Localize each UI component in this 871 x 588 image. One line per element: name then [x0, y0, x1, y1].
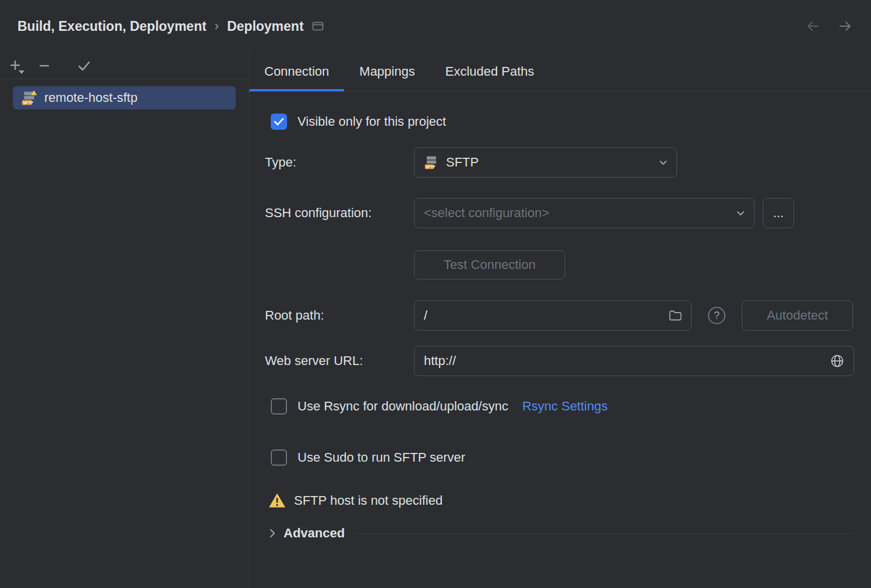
sudo-checkbox[interactable]	[271, 449, 287, 466]
chevron-down-icon	[659, 160, 667, 165]
root-path-input[interactable]: /	[414, 300, 692, 331]
folder-icon[interactable]	[669, 310, 682, 321]
breadcrumb-item-deployment: Deployment	[227, 19, 304, 34]
tab-mappings-label: Mappings	[359, 64, 415, 79]
breadcrumb-separator-icon: ›	[215, 19, 219, 34]
forward-arrow-icon[interactable]	[837, 18, 854, 34]
sudo-label: Use Sudo to run SFTP server	[298, 450, 465, 465]
server-name-label: remote-host-sftp	[44, 90, 137, 105]
tab-excluded-paths[interactable]: Excluded Paths	[430, 52, 550, 91]
chevron-down-icon	[737, 211, 745, 216]
type-select[interactable]: SFTP SFTP	[414, 147, 677, 178]
web-server-label: Web server URL:	[265, 353, 414, 369]
root-path-row: Root path: / ? Autodetect	[265, 300, 855, 331]
tab-excluded-paths-label: Excluded Paths	[445, 64, 534, 79]
svg-text:SFTP: SFTP	[426, 165, 436, 169]
server-list: SFTP remote-host-sftp	[0, 79, 249, 109]
type-label: Type:	[265, 155, 414, 170]
advanced-label: Advanced	[284, 526, 345, 541]
web-server-value: http://	[424, 353, 456, 369]
test-connection-row: Test Connection	[265, 250, 855, 279]
ssh-config-placeholder: <select configuration>	[424, 206, 549, 221]
copy-settings-path-icon[interactable]	[312, 22, 324, 31]
warning-icon	[268, 493, 286, 508]
use-as-default-check-icon[interactable]	[76, 58, 92, 74]
tab-connection[interactable]: Connection	[249, 52, 344, 91]
root-path-value: /	[424, 308, 427, 323]
rsync-checkbox[interactable]	[271, 398, 287, 415]
test-connection-button[interactable]: Test Connection	[414, 250, 565, 279]
web-server-input[interactable]: http://	[414, 346, 854, 376]
sudo-row: Use Sudo to run SFTP server	[271, 449, 855, 466]
ssh-config-label: SSH configuration:	[265, 206, 414, 221]
visible-only-label: Visible only for this project	[298, 114, 446, 129]
type-select-value: SFTP	[446, 155, 479, 170]
settings-window: Build, Execution, Deployment › Deploymen…	[0, 0, 871, 588]
root-path-label: Root path:	[265, 308, 414, 323]
visible-only-row: Visible only for this project	[271, 114, 855, 130]
advanced-section-toggle[interactable]: Advanced	[270, 526, 855, 541]
tab-bar: Connection Mappings Excluded Paths	[249, 52, 871, 91]
rsync-settings-link[interactable]: Rsync Settings	[522, 399, 608, 414]
connection-form: Visible only for this project Type:	[249, 91, 871, 541]
visible-only-checkbox[interactable]	[271, 114, 287, 130]
help-icon[interactable]: ?	[708, 307, 725, 324]
add-server-icon[interactable]	[7, 58, 23, 74]
type-row: Type: SFTP	[265, 147, 855, 178]
rsync-label: Use Rsync for download/upload/sync	[298, 399, 508, 414]
rsync-row: Use Rsync for download/upload/sync Rsync…	[271, 398, 855, 415]
tab-mappings[interactable]: Mappings	[344, 52, 430, 91]
sftp-type-icon: SFTP	[424, 155, 439, 170]
remove-server-icon[interactable]	[36, 58, 52, 74]
ssh-config-browse-button[interactable]: ...	[763, 198, 794, 228]
advanced-divider	[355, 533, 855, 534]
ssh-config-row: SSH configuration: <select configuration…	[265, 198, 855, 228]
sftp-server-warning-icon: SFTP	[21, 90, 37, 106]
back-arrow-icon[interactable]	[805, 18, 821, 34]
globe-icon[interactable]	[830, 354, 844, 368]
web-server-row: Web server URL: http://	[265, 346, 855, 376]
warning-row: SFTP host is not specified	[268, 493, 855, 508]
history-nav	[805, 18, 854, 34]
tab-connection-label: Connection	[264, 64, 329, 79]
autodetect-button[interactable]: Autodetect	[742, 300, 853, 331]
breadcrumb-item-build-execution-deployment[interactable]: Build, Execution, Deployment	[17, 19, 207, 34]
svg-text:SFTP: SFTP	[23, 101, 33, 105]
ssh-config-select[interactable]: <select configuration>	[414, 198, 755, 228]
server-list-item-remote-host-sftp[interactable]: SFTP remote-host-sftp	[13, 86, 236, 109]
server-list-toolbar	[0, 52, 249, 79]
deployment-settings-panel: Connection Mappings Excluded Paths Visib…	[249, 52, 871, 588]
server-list-panel: SFTP remote-host-sftp	[0, 52, 249, 588]
add-server-dropdown-caret-icon	[19, 70, 24, 74]
warning-text: SFTP host is not specified	[294, 493, 442, 508]
chevron-right-icon	[270, 529, 275, 538]
breadcrumb: Build, Execution, Deployment › Deploymen…	[0, 0, 871, 52]
